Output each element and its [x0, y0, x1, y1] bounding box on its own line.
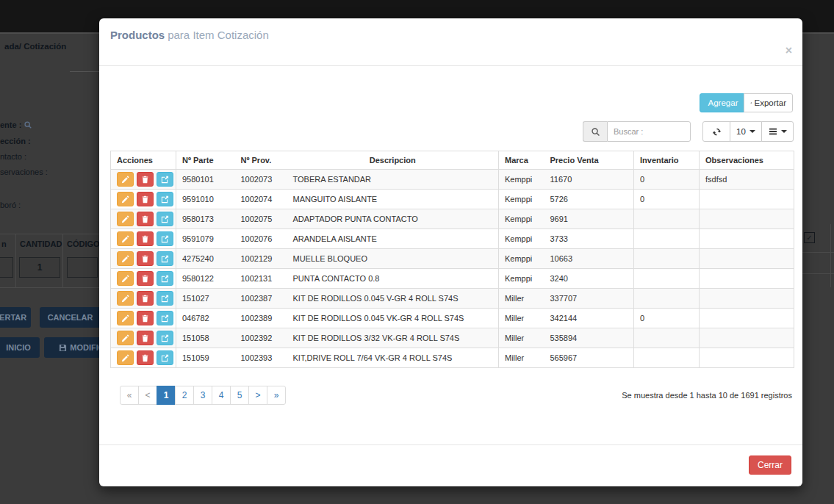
cell-parte: 151058 [176, 328, 235, 348]
cell-parte: 151027 [176, 289, 235, 309]
chevron-down-icon [749, 130, 755, 133]
cell-parte: 9580122 [176, 269, 235, 289]
columns-icon [769, 127, 777, 136]
agregar-button[interactable]: Agregar [700, 93, 744, 112]
cell-precio: 535894 [544, 328, 634, 348]
table-row: 9580101 1002073 TOBERA ESTANDAR Kemppi 1… [111, 170, 794, 190]
pagination: «<12345>» [120, 386, 286, 405]
trash-icon [141, 354, 149, 362]
refresh-icon [712, 127, 722, 137]
search-icon [591, 127, 600, 137]
cell-precio: 3240 [544, 269, 634, 289]
delete-button[interactable] [137, 212, 154, 226]
delete-button[interactable] [137, 251, 154, 266]
share-icon [161, 176, 169, 184]
bg-table-line [802, 273, 834, 274]
table-controls: 10 [702, 121, 794, 142]
page-size-dropdown[interactable]: 10 [730, 121, 762, 142]
edit-button[interactable] [117, 331, 134, 345]
delete-button[interactable] [137, 311, 154, 325]
bg-col-partial: n [1, 240, 7, 248]
trash-icon [141, 195, 149, 204]
delete-button[interactable] [137, 231, 154, 246]
cell-inventario [634, 289, 700, 309]
share-button[interactable] [157, 231, 173, 246]
table-row: 9591079 1002076 ARANDELA AISLANTE Kemppi… [111, 229, 794, 249]
share-button[interactable] [157, 251, 173, 266]
cell-inventario [634, 249, 700, 269]
inicio-button[interactable]: INICIO [0, 337, 40, 358]
share-button[interactable] [157, 192, 173, 206]
cell-observaciones [700, 229, 794, 249]
page-button-3[interactable]: 2 [175, 386, 194, 405]
search-input[interactable] [607, 121, 691, 142]
trash-icon [141, 255, 149, 263]
pencil-icon [121, 235, 129, 243]
edit-button[interactable] [117, 350, 134, 365]
edit-button[interactable] [117, 271, 134, 286]
cell-prov: 1002076 [235, 229, 287, 249]
cancelar-button[interactable]: CANCELAR [40, 307, 101, 328]
trash-icon [141, 215, 149, 223]
bg-input-codigo[interactable] [67, 257, 98, 278]
cell-observaciones [700, 309, 794, 328]
header-prov: Nº Prov. [235, 151, 287, 170]
edit-button[interactable] [117, 212, 134, 226]
cell-descripcion: ADAPTADOR PUNTA CONTACTO [287, 209, 499, 229]
edit-button[interactable] [117, 231, 134, 246]
page-button-8[interactable]: » [267, 386, 286, 405]
delete-button[interactable] [137, 192, 154, 206]
share-icon [161, 195, 169, 204]
cell-prov: 1002387 [235, 289, 287, 309]
close-icon[interactable]: × [786, 45, 792, 57]
cell-observaciones [700, 249, 794, 269]
pencil-icon [121, 255, 129, 263]
cell-observaciones [700, 269, 794, 289]
cell-observaciones [700, 348, 794, 368]
share-button[interactable] [157, 172, 173, 187]
cell-parte: 4275240 [176, 249, 235, 269]
edit-button[interactable] [117, 251, 134, 266]
share-button[interactable] [157, 212, 173, 226]
bg-checkbox[interactable]: ✓ [804, 232, 815, 243]
page-button-1[interactable]: < [138, 386, 157, 405]
share-button[interactable] [157, 291, 173, 306]
share-icon [161, 334, 169, 342]
edit-button[interactable] [117, 192, 134, 206]
columns-dropdown[interactable] [761, 121, 794, 142]
share-button[interactable] [157, 311, 173, 325]
delete-button[interactable] [137, 291, 154, 306]
delete-button[interactable] [137, 331, 154, 345]
share-button[interactable] [157, 331, 173, 345]
page-button-7[interactable]: > [248, 386, 267, 405]
delete-button[interactable] [137, 350, 154, 365]
page-button-0[interactable]: « [120, 386, 139, 405]
insertar-button[interactable]: SERTAR [0, 307, 31, 328]
share-button[interactable] [157, 271, 173, 286]
delete-button[interactable] [137, 271, 154, 286]
bg-label-direccion: ección : [0, 137, 31, 145]
bg-input-descripcion[interactable] [0, 257, 13, 278]
bg-panel-edge [70, 71, 99, 72]
refresh-button[interactable] [702, 121, 730, 142]
trash-icon [141, 314, 149, 323]
products-modal: Productospara Item Cotización × Agregar … [99, 18, 802, 486]
cell-observaciones [700, 190, 794, 209]
delete-button[interactable] [137, 172, 154, 187]
cell-marca: Kemppi [499, 229, 544, 249]
edit-button[interactable] [117, 291, 134, 306]
edit-button[interactable] [117, 172, 134, 187]
share-button[interactable] [157, 350, 173, 365]
exportar-button[interactable]: Exportar [744, 93, 793, 112]
share-icon [161, 255, 169, 263]
cell-precio: 342144 [544, 309, 634, 328]
page-button-6[interactable]: 5 [230, 386, 249, 405]
edit-button[interactable] [117, 311, 134, 325]
bg-input-cantidad[interactable]: 1 [19, 257, 60, 278]
cell-descripcion: PUNTA CONTACTO 0.8 [287, 269, 499, 289]
page-button-4[interactable]: 3 [193, 386, 212, 405]
cell-parte: 9591010 [176, 190, 235, 209]
page-button-2[interactable]: 1 [157, 386, 176, 405]
cerrar-button[interactable]: Cerrar [749, 456, 791, 475]
page-button-5[interactable]: 4 [212, 386, 231, 405]
